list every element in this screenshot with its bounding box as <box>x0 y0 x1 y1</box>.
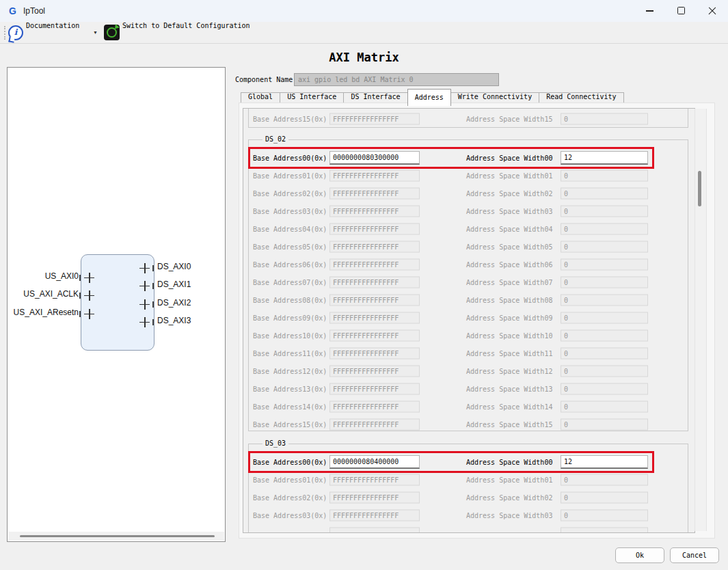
address-space-width-label: Address Space Width03 <box>466 208 552 215</box>
expand-plus-icon[interactable] <box>139 317 150 327</box>
address-space-width-label: Address Space Width01 <box>466 172 552 180</box>
port-pin-icon <box>152 319 154 325</box>
address-space-width-input <box>561 277 648 288</box>
base-address-label: Base Address13(0x) <box>253 385 327 393</box>
base-address-label: Base Address00(0x) <box>253 459 327 466</box>
address-space-width-input[interactable] <box>561 151 648 165</box>
address-row: Base Address08(0x)Address Space Width08 <box>250 291 652 309</box>
port-ds_axi2: DS_AXI2 <box>8 298 226 310</box>
base-address-input <box>329 348 420 359</box>
address-row: Base Address10(0x)Address Space Width10 <box>250 327 652 344</box>
address-space-width-input <box>561 312 648 324</box>
maximize-button[interactable] <box>665 0 697 22</box>
address-space-width-input <box>561 383 648 395</box>
address-space-width-input <box>561 170 648 182</box>
tab-address[interactable]: Address <box>407 89 451 106</box>
base-address-input <box>329 170 420 182</box>
address-space-width-input <box>561 419 648 431</box>
component-name-label: Component Name <box>235 76 293 83</box>
address-row: Base Address11(0x)Address Space Width11 <box>250 344 652 362</box>
address-space-width-label: Address Space Width00 <box>466 459 552 466</box>
address-space-width-label: Address Space Width09 <box>466 314 552 322</box>
documentation-button[interactable]: i Documentation ▼ <box>7 22 103 43</box>
address-row: Base Address13(0x)Address Space Width13 <box>250 380 652 398</box>
switch-default-config-button[interactable]: Switch to Default Configuration <box>103 22 260 43</box>
address-space-width-label: Address Space Width04 <box>466 226 552 233</box>
address-scroll-viewport: Base Address15(0x)Address Space Width15D… <box>243 108 695 533</box>
expand-plus-icon[interactable] <box>139 299 150 310</box>
address-space-width-label: Address Space Width07 <box>466 279 552 286</box>
minimize-button[interactable] <box>634 0 665 22</box>
address-space-width-input <box>561 330 648 342</box>
address-row: Base Address06(0x)Address Space Width06 <box>250 256 652 273</box>
base-address-input <box>329 330 420 342</box>
component-name-field <box>294 73 499 86</box>
address-row: Base Address15(0x)Address Space Width15 <box>250 110 652 128</box>
toolbar-grip-handle[interactable] <box>4 26 5 40</box>
address-space-width-input <box>561 241 648 253</box>
base-address-input <box>329 419 420 431</box>
address-row <box>250 524 652 533</box>
close-button[interactable] <box>697 0 728 22</box>
group-box-partial: Base Address15(0x)Address Space Width15 <box>248 108 688 128</box>
base-address-input[interactable] <box>329 455 420 469</box>
horizontal-scrollbar-thumb[interactable] <box>20 535 215 537</box>
address-row: Base Address00(0x)Address Space Width00 <box>250 453 652 471</box>
refresh-icon <box>104 25 120 40</box>
expand-plus-icon[interactable] <box>139 263 150 273</box>
app-logo-icon: G <box>9 5 16 16</box>
base-address-input <box>329 241 420 253</box>
address-space-width-input[interactable] <box>561 455 648 469</box>
address-space-width-input <box>561 348 648 359</box>
base-address-input <box>329 366 420 377</box>
ok-button[interactable]: Ok <box>615 547 664 563</box>
cancel-button[interactable]: Cancel <box>670 547 719 563</box>
base-address-label: Base Address05(0x) <box>253 243 327 251</box>
address-row: Base Address03(0x)Address Space Width03 <box>250 506 652 524</box>
address-space-width-input <box>561 474 648 486</box>
port-ds_axi3: DS_AXI3 <box>8 316 226 328</box>
port-label: DS_AXI0 <box>157 262 191 271</box>
base-address-label: Base Address01(0x) <box>253 172 327 180</box>
minimize-icon <box>646 10 653 12</box>
address-space-width-input <box>561 113 648 125</box>
address-space-width-label: Address Space Width14 <box>466 403 552 411</box>
address-space-width-label: Address Space Width11 <box>466 350 552 357</box>
dialog-title: AXI Matrix <box>0 51 728 64</box>
base-address-input <box>329 383 420 395</box>
base-address-label: Base Address11(0x) <box>253 350 327 357</box>
address-row: Base Address14(0x)Address Space Width14 <box>250 398 652 416</box>
base-address-input <box>329 259 420 271</box>
group-box-ds_02: DS_02Base Address00(0x)Address Space Wid… <box>248 139 688 431</box>
chevron-down-icon[interactable]: ▼ <box>93 30 98 35</box>
vertical-scrollbar-thumb[interactable] <box>698 171 701 206</box>
port-label: DS_AXI1 <box>157 280 191 289</box>
base-address-input <box>329 188 420 200</box>
title-bar: G IpTool <box>0 0 728 22</box>
address-row: Base Address12(0x)Address Space Width12 <box>250 362 652 380</box>
port-pin-icon <box>152 283 154 289</box>
address-space-width-input <box>561 366 648 377</box>
block-diagram: US_AXI0US_AXI_ACLKUS_AXI_AResetnDS_AXI0D… <box>7 67 226 542</box>
expand-plus-icon[interactable] <box>139 281 150 291</box>
base-address-label: Base Address12(0x) <box>253 368 327 375</box>
base-address-input[interactable] <box>329 151 420 165</box>
base-address-label: Base Address01(0x) <box>253 476 327 484</box>
address-space-width-input <box>561 206 648 217</box>
address-space-width-label: Address Space Width05 <box>466 243 552 251</box>
base-address-label: Base Address15(0x) <box>253 116 327 123</box>
base-address-label: Base Address03(0x) <box>253 208 327 215</box>
port-label: DS_AXI2 <box>157 298 191 308</box>
group-label: DS_02 <box>262 135 288 143</box>
address-space-width-input <box>561 401 648 413</box>
documentation-label: Documentation <box>26 22 79 29</box>
address-space-width-input <box>561 188 648 200</box>
base-address-input <box>329 510 420 521</box>
address-space-width-input <box>561 492 648 504</box>
address-row: Base Address05(0x)Address Space Width05 <box>250 238 652 256</box>
address-row: Base Address04(0x)Address Space Width04 <box>250 220 652 238</box>
port-label: DS_AXI3 <box>157 316 191 325</box>
address-space-width-input <box>561 295 648 306</box>
address-space-width-input <box>561 223 648 235</box>
port-ds_axi0: DS_AXI0 <box>8 262 226 274</box>
